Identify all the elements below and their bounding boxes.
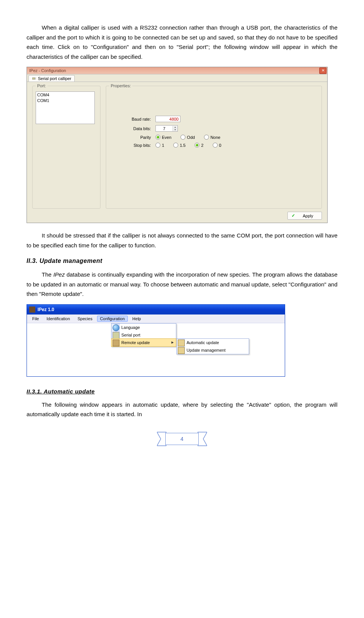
menu-titlebar: IPez 1.0 <box>27 305 285 315</box>
radio-icon <box>173 143 178 148</box>
chevron-right-icon: ▶ <box>171 341 174 344</box>
svg-rect-0 <box>33 78 35 80</box>
page-number-ribbon: 4 <box>159 431 205 447</box>
radio-icon <box>204 135 209 140</box>
port-listbox[interactable]: COM4 COM1 <box>36 91 95 124</box>
radio-parity-odd[interactable]: Odd <box>180 135 195 140</box>
package-icon <box>113 340 119 346</box>
radio-stop-0[interactable]: 0 <box>213 143 221 148</box>
menu-window: IPez 1.0 File Identification Species Con… <box>27 304 285 377</box>
chevron-down-icon[interactable]: ▼ <box>173 129 177 131</box>
stopbits-row: Stop bits: 1 1.5 2 0 <box>109 143 318 148</box>
radio-parity-none[interactable]: None <box>204 135 220 140</box>
config-body: Port: COM4 COM1 Properties: Baud rate: D… <box>27 82 327 223</box>
apply-label: Apply <box>303 214 313 218</box>
databits-label: Data bits: <box>109 126 155 131</box>
menu-file[interactable]: File <box>29 316 42 322</box>
radio-parity-even[interactable]: Even <box>155 135 171 140</box>
chevron-up-icon[interactable]: ▲ <box>173 126 177 129</box>
svg-marker-3 <box>157 432 166 446</box>
parity-label: Parity <box>109 135 155 140</box>
config-tab-strip: Serial port calliper <box>27 74 327 82</box>
databits-input[interactable] <box>156 126 173 131</box>
menu-item-remote-update[interactable]: Remote update ▶ <box>111 338 176 347</box>
port-option-com1[interactable]: COM1 <box>37 98 93 104</box>
menu-item-update-management[interactable]: Update management <box>177 346 249 354</box>
radio-stop-1-5[interactable]: 1.5 <box>173 143 185 148</box>
globe-icon <box>113 324 119 331</box>
menu-item-serial-port[interactable]: Serial port <box>111 331 176 339</box>
config-titlebar: IPez - Configuration ✕ <box>27 67 327 74</box>
paragraph-update-intro: The IPez database is continually expandi… <box>27 270 337 299</box>
baud-input[interactable] <box>155 116 180 122</box>
menubar: File Identification Species Configuratio… <box>27 315 285 323</box>
menu-item-language[interactable]: Language <box>111 324 176 331</box>
heading-automatic-update: II.3.1. Automatic update <box>27 388 337 395</box>
page-number: 4 <box>165 433 199 445</box>
config-title: IPez - Configuration <box>29 68 66 73</box>
svg-marker-4 <box>198 432 207 446</box>
menu-body: Language Serial port Remote update ▶ Aut… <box>27 323 285 376</box>
radio-stop-1[interactable]: 1 <box>155 143 164 148</box>
databits-row: Data bits: ▲ ▼ <box>109 125 318 132</box>
menu-title: IPez 1.0 <box>38 307 54 312</box>
databits-spinner[interactable]: ▲ ▼ <box>155 125 178 132</box>
plug-icon <box>32 76 36 81</box>
menu-help[interactable]: Help <box>129 316 144 322</box>
baud-label: Baud rate: <box>109 117 155 121</box>
check-icon: ✓ <box>292 213 295 218</box>
paragraph-com-note: It should be stressed that if the callip… <box>27 231 337 250</box>
stopbits-label: Stop bits: <box>109 143 155 148</box>
port-option-com4[interactable]: COM4 <box>37 92 93 98</box>
plug-icon <box>113 332 119 339</box>
tab-serial-port-calliper[interactable]: Serial port calliper <box>28 75 75 82</box>
tab-label: Serial port calliper <box>38 76 71 81</box>
parity-row: Parity Even Odd None <box>109 135 318 140</box>
properties-legend: Properties: <box>109 83 132 88</box>
menu-identification[interactable]: Identification <box>44 316 73 322</box>
radio-icon <box>195 143 199 148</box>
dropdown-remote-update: Automatic update Update management <box>176 338 249 354</box>
config-window: IPez - Configuration ✕ Serial port calli… <box>27 67 328 223</box>
close-icon[interactable]: ✕ <box>319 68 326 74</box>
baud-row: Baud rate: <box>109 116 318 122</box>
radio-icon <box>180 135 185 140</box>
radio-icon <box>155 135 160 140</box>
menu-item-automatic-update[interactable]: Automatic update <box>177 339 249 346</box>
app-icon <box>29 307 35 313</box>
radio-icon <box>213 143 218 148</box>
radio-icon <box>155 143 160 148</box>
heading-update-management: II.3. Update management <box>27 258 337 264</box>
dropdown-configuration: Language Serial port Remote update ▶ <box>111 323 176 347</box>
paragraph-intro: When a digital calliper is used with a R… <box>27 23 337 61</box>
package-icon <box>178 347 185 354</box>
port-fieldset: Port: COM4 COM1 <box>32 86 100 209</box>
menu-species[interactable]: Species <box>75 316 96 322</box>
radio-stop-2[interactable]: 2 <box>195 143 203 148</box>
paragraph-automatic-update: The following window appears in automati… <box>27 400 337 419</box>
apply-button[interactable]: ✓ Apply <box>287 212 322 220</box>
ipez-italic: IPez <box>53 271 65 278</box>
properties-fieldset: Properties: Baud rate: Data bits: ▲ ▼ <box>106 86 322 209</box>
menu-configuration[interactable]: Configuration <box>97 316 128 322</box>
port-legend: Port: <box>36 83 47 88</box>
package-icon <box>178 340 185 346</box>
